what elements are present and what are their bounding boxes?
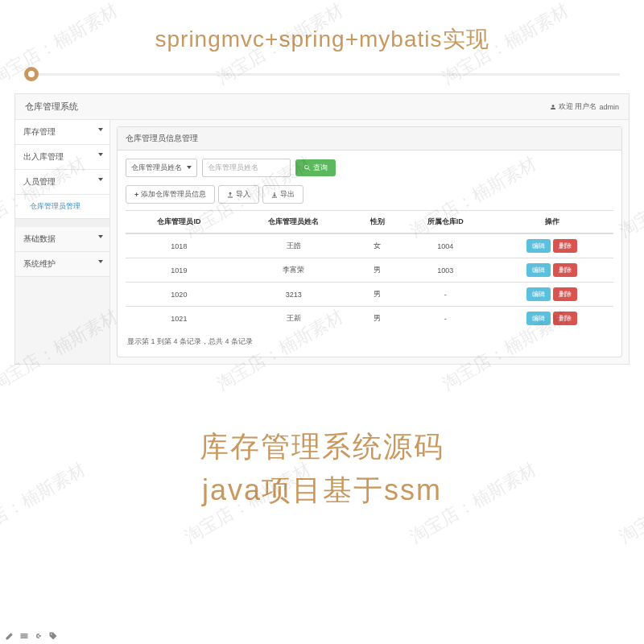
bottom-heading: 库存管理系统源码 java项目基于ssm xyxy=(0,365,644,512)
tag-icon[interactable] xyxy=(48,631,58,641)
chevron-down-icon xyxy=(98,153,103,156)
th-actions: 操作 xyxy=(491,211,613,234)
search-field-select[interactable]: 仓库管理员姓名 xyxy=(126,159,197,177)
import-button[interactable]: 导入 xyxy=(218,185,259,204)
timeline-line xyxy=(39,73,620,76)
sidebar-item-base-data[interactable]: 基础数据 xyxy=(15,227,109,252)
app-brand: 仓库管理系统 xyxy=(25,101,78,113)
edit-button[interactable]: 编辑 xyxy=(526,312,551,325)
delete-button[interactable]: 删除 xyxy=(553,239,577,253)
panel: 仓库管理员信息管理 仓库管理员姓名 仓库管理员姓名 查询 + 添加仓库管理员信息 xyxy=(117,126,622,357)
delete-button[interactable]: 删除 xyxy=(553,312,577,325)
timeline-decoration xyxy=(0,67,644,93)
sidebar-item-system[interactable]: 系统维护 xyxy=(15,252,109,277)
table-row: 1021王新男- 编辑 删除 xyxy=(126,307,613,331)
edit-button[interactable]: 编辑 xyxy=(526,263,551,277)
sidebar-sub-warehouse-admin[interactable]: 仓库管理员管理 xyxy=(15,195,109,219)
app-screenshot: 仓库管理系统 欢迎 用户名 admin 库存管理 出入库管理 人员管理 仓库管理… xyxy=(14,93,630,365)
edit-button[interactable]: 编辑 xyxy=(526,287,551,301)
table-row: 10203213男- 编辑 删除 xyxy=(126,283,613,307)
page-heading: springmvc+spring+mybatis实现 xyxy=(0,0,644,67)
toolbar: + 添加仓库管理员信息 导入 导出 xyxy=(126,185,613,204)
th-gender[interactable]: 性别 xyxy=(355,211,400,234)
sidebar: 库存管理 出入库管理 人员管理 仓库管理员管理 基础数据 系统维护 xyxy=(15,120,110,364)
data-table: 仓库管理员ID 仓库管理员姓名 性别 所属仓库ID 操作 1018王皓女1004… xyxy=(126,210,613,330)
export-icon xyxy=(271,192,278,198)
edit-icon[interactable] xyxy=(5,631,14,641)
import-icon xyxy=(227,192,233,198)
sidebar-item-in-out[interactable]: 出入库管理 xyxy=(15,145,109,170)
table-footer: 显示第 1 到第 4 条记录，总共 4 条记录 xyxy=(126,330,613,349)
table-header-row: 仓库管理员ID 仓库管理员姓名 性别 所属仓库ID 操作 xyxy=(126,211,613,234)
main-content: 仓库管理员信息管理 仓库管理员姓名 仓库管理员姓名 查询 + 添加仓库管理员信息 xyxy=(110,120,629,364)
th-name[interactable]: 仓库管理员姓名 xyxy=(233,211,355,234)
chevron-down-icon xyxy=(98,178,103,181)
table-row: 1018王皓女1004 编辑 删除 xyxy=(126,233,613,258)
add-button[interactable]: + 添加仓库管理员信息 xyxy=(126,185,215,204)
export-button[interactable]: 导出 xyxy=(262,185,303,204)
search-icon xyxy=(303,164,311,171)
edit-button[interactable]: 编辑 xyxy=(526,239,551,253)
sidebar-item-inventory[interactable]: 库存管理 xyxy=(15,120,109,145)
page-tool-icons xyxy=(5,631,58,641)
table-row: 1019李富荣男1003 编辑 删除 xyxy=(126,258,613,283)
panel-title: 仓库管理员信息管理 xyxy=(118,127,621,151)
search-button[interactable]: 查询 xyxy=(295,159,336,176)
delete-button[interactable]: 删除 xyxy=(553,287,577,301)
link-icon[interactable] xyxy=(34,631,43,641)
sidebar-item-personnel[interactable]: 人员管理 xyxy=(15,170,109,195)
delete-button[interactable]: 删除 xyxy=(553,263,577,277)
search-input[interactable]: 仓库管理员姓名 xyxy=(202,159,291,177)
chevron-down-icon xyxy=(98,128,103,131)
user-icon xyxy=(550,104,556,110)
timeline-dot-icon xyxy=(24,67,39,81)
th-warehouse[interactable]: 所属仓库ID xyxy=(399,211,490,234)
chevron-down-icon xyxy=(98,235,103,238)
welcome-text: 欢迎 用户名 admin xyxy=(550,101,619,112)
layers-icon[interactable] xyxy=(19,631,29,641)
chevron-down-icon xyxy=(98,260,103,263)
search-row: 仓库管理员姓名 仓库管理员姓名 查询 xyxy=(126,159,613,177)
topbar: 仓库管理系统 欢迎 用户名 admin xyxy=(15,94,629,120)
th-id[interactable]: 仓库管理员ID xyxy=(126,211,233,234)
